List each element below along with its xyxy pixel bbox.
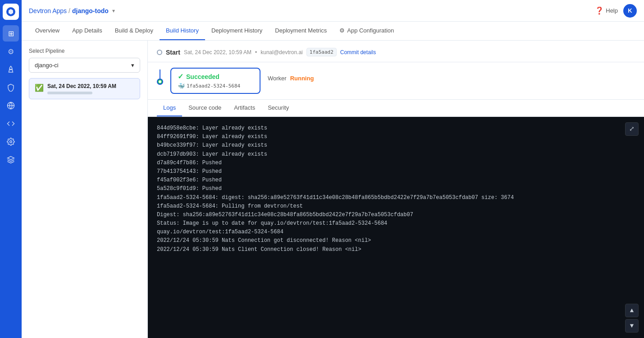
log-tabs: Logs Source code Artifacts Security — [148, 100, 644, 117]
chevron-down-icon[interactable]: ▾ — [112, 8, 115, 14]
commit-hash-badge: 1fa5aad2 — [306, 48, 337, 56]
tab-security[interactable]: Security — [261, 100, 295, 116]
scroll-buttons: ▲ ▼ — [625, 304, 639, 333]
tab-build-history[interactable]: Build History — [160, 22, 205, 40]
succeeded-status-text: Succeeded — [186, 73, 219, 80]
worker-status: Running — [290, 75, 314, 82]
right-panel: Start Sat, 24 Dec 2022, 10:59 AM • kunal… — [148, 41, 644, 338]
succeeded-box: ✓ Succeeded 🐳 1fa5aad2-5324-5684 — [170, 68, 260, 94]
build-item-date: Sat, 24 Dec 2022, 10:59 AM — [47, 83, 134, 89]
sidebar: ⊞ ⚙ — [0, 0, 22, 338]
select-pipeline-label: Select Pipeline — [29, 48, 140, 54]
log-line: 1fa5aad2-5324-5684: digest: sha256:a89e5… — [157, 194, 635, 202]
code-icon[interactable] — [3, 116, 19, 132]
shield-icon[interactable] — [3, 79, 19, 96]
breadcrumb: Devtron Apps / django-todo ▾ — [29, 7, 115, 14]
left-panel: Select Pipeline django-ci ▾ ✅ Sat, 24 De… — [22, 41, 148, 338]
tab-overview[interactable]: Overview — [29, 22, 66, 40]
check-circle-icon: ✅ — [35, 83, 44, 92]
gear-icon: ⚙ — [339, 27, 345, 34]
build-date-meta: Sat, 24 Dec 2022, 10:59 AM — [184, 49, 251, 56]
tab-build-deploy[interactable]: Build & Deploy — [109, 22, 160, 40]
succeeded-label: ✓ Succeeded — [178, 72, 253, 81]
log-line: 77b413754143: Pushed — [157, 167, 635, 176]
help-circle-icon: ❓ — [595, 6, 604, 15]
svg-point-1 — [10, 69, 12, 70]
pipeline-dot — [157, 50, 162, 55]
log-line: 84ff92691f90: Layer already exists — [157, 133, 635, 141]
succeeded-hash: 🐳 1fa5aad2-5324-5684 — [178, 83, 253, 89]
breadcrumb-app[interactable]: Devtron Apps — [29, 7, 67, 14]
log-line: d7a89c4f7b86: Pushed — [157, 159, 635, 167]
tab-app-details[interactable]: App Details — [66, 22, 108, 40]
main-area: Devtron Apps / django-todo ▾ ❓ Help K Ov… — [22, 0, 644, 338]
build-item-info: Sat, 24 Dec 2022, 10:59 AM — [47, 83, 134, 94]
grid-icon[interactable]: ⊞ — [3, 25, 19, 42]
expand-button[interactable]: ⤢ — [625, 122, 639, 136]
topbar-right: ❓ Help K — [595, 4, 637, 18]
log-line: 844d958e8cbe: Layer already exists — [157, 124, 635, 133]
log-line: dcb7197db903: Layer already exists — [157, 150, 635, 159]
svg-marker-4 — [8, 157, 14, 160]
succeeded-hash-value: 1fa5aad2-5324-5684 — [187, 83, 240, 89]
pipeline-select[interactable]: django-ci ▾ — [29, 58, 140, 73]
sidebar-logo[interactable] — [3, 4, 19, 20]
scroll-down-button[interactable]: ▼ — [625, 319, 639, 333]
tab-deployment-metrics[interactable]: Deployment Metrics — [269, 22, 333, 40]
breadcrumb-separator: / — [69, 7, 70, 14]
log-area[interactable]: ⤢ 844d958e8cbe: Layer already exists84ff… — [148, 117, 644, 338]
globe-icon[interactable] — [3, 97, 19, 114]
docker-icon: 🐳 — [178, 83, 185, 89]
build-start-title: Start — [166, 49, 180, 56]
log-line: b49bce339f97: Layer already exists — [157, 141, 635, 150]
build-start-row: Start Sat, 24 Dec 2022, 10:59 AM • kunal… — [157, 48, 635, 56]
gear2-icon[interactable] — [3, 134, 19, 150]
log-line: 1fa5aad2-5324-5684: Pulling from devtron… — [157, 202, 635, 211]
log-line: 2022/12/24 05:30:59 Nats Client Connecti… — [157, 245, 635, 254]
connector-line — [160, 69, 160, 79]
connector-dot-inner — [159, 80, 161, 83]
avatar[interactable]: K — [623, 4, 637, 18]
settings-icon[interactable]: ⚙ — [3, 43, 19, 60]
tab-source-code[interactable]: Source code — [182, 100, 228, 116]
log-line: quay.io/devtron/test:1fa5aad2-5324-5684 — [157, 228, 635, 236]
log-line: Digest: sha256:a89e52763f41d11c34e08c28b… — [157, 211, 635, 219]
topbar: Devtron Apps / django-todo ▾ ❓ Help K — [22, 0, 644, 22]
tab-logs[interactable]: Logs — [157, 100, 182, 116]
content-area: Select Pipeline django-ci ▾ ✅ Sat, 24 De… — [22, 41, 644, 338]
help-button[interactable]: ❓ Help — [595, 6, 618, 15]
worker-row: Worker Running — [268, 68, 314, 82]
nav-tabs: Overview App Details Build & Deploy Buil… — [22, 22, 644, 41]
tab-app-config-label: App Configuration — [347, 27, 394, 34]
tab-app-configuration[interactable]: ⚙ App Configuration — [333, 22, 400, 40]
layers-icon[interactable] — [3, 152, 19, 168]
build-email: kunal@devtron.ai — [260, 49, 303, 56]
connector-dot — [157, 79, 163, 85]
log-lines: 844d958e8cbe: Layer already exists84ff92… — [157, 124, 635, 254]
tab-deployment-history[interactable]: Deployment History — [205, 22, 269, 40]
help-label: Help — [606, 7, 618, 14]
svg-point-3 — [10, 141, 12, 143]
log-line: 5a528c9f01d9: Pushed — [157, 185, 635, 193]
pipeline-connector — [157, 68, 163, 85]
pipeline-value: django-ci — [35, 62, 59, 69]
tab-artifacts[interactable]: Artifacts — [228, 100, 261, 116]
chevron-icon: ▾ — [131, 62, 134, 69]
scroll-up-button[interactable]: ▲ — [625, 304, 639, 317]
log-line: 2022/12/24 05:30:59 Nats Connection got … — [157, 236, 635, 245]
log-line: Status: Image is up to date for quay.io/… — [157, 219, 635, 228]
log-line: f45af002f3e6: Pushed — [157, 176, 635, 185]
build-header: Start Sat, 24 Dec 2022, 10:59 AM • kunal… — [148, 41, 644, 62]
build-item-progress-bar — [47, 92, 92, 94]
rocket-icon[interactable] — [3, 61, 19, 78]
breadcrumb-current[interactable]: django-todo — [72, 7, 109, 14]
succeeded-section: ✓ Succeeded 🐳 1fa5aad2-5324-5684 Worker … — [148, 62, 644, 100]
check-icon: ✓ — [178, 72, 183, 81]
commit-details-link[interactable]: Commit details — [340, 49, 376, 56]
build-list-item[interactable]: ✅ Sat, 24 Dec 2022, 10:59 AM — [29, 78, 140, 99]
worker-label: Worker — [268, 75, 287, 82]
build-bullet: • — [255, 49, 257, 56]
